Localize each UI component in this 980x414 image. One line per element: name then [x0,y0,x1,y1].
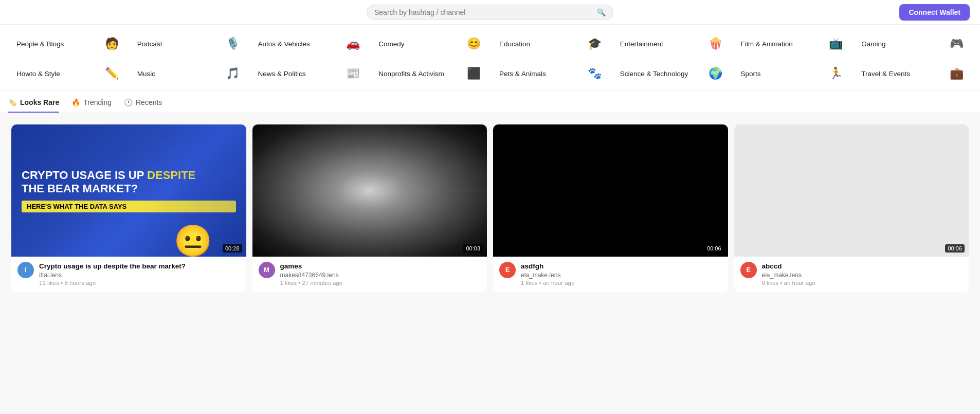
category-item-pets-animals[interactable]: Pets & Animals 🐾 [491,60,610,87]
tab-trending[interactable]: 🔥 Trending [71,98,112,113]
video-card-v4[interactable]: 00:06 E abccd ela_make.lens 0 likes • an… [734,124,969,292]
category-icon-podcast: 🎙️ [226,37,240,50]
tab-label-trending: Trending [83,98,112,106]
category-icon-news-politics: 📰 [346,67,360,80]
search-bar[interactable]: 🔍 [367,5,613,20]
video-stats: 1 likes • an hour ago [521,280,722,286]
category-label: Science & Technology [620,70,688,78]
avatar: I [17,262,34,278]
tab-icon-recents: 🕐 [124,98,133,106]
category-item-autos-vehicles[interactable]: Autos & Vehicles 🚗 [250,30,369,58]
category-label: Comedy [378,40,404,48]
category-item-education[interactable]: Education 🎓 [491,30,610,58]
category-item-film-animation[interactable]: Film & Animation 📺 [733,30,851,58]
video-title: asdfgh [521,262,722,271]
video-thumbnail: 00:06 [734,124,969,257]
category-item-nonprofits[interactable]: Nonprofits & Activism ⬛ [370,60,489,87]
category-icon-pets-animals: 🐾 [588,67,602,80]
category-icon-nonprofits: ⬛ [467,67,481,80]
category-label: Pets & Animals [499,70,546,78]
video-info: asdfgh ela_make.lens 1 likes • an hour a… [521,262,722,286]
video-meta: I Crypto usage is up despite the bear ma… [11,257,246,293]
category-icon-howto-style: ✏️ [105,67,119,80]
category-label: Entertainment [620,40,663,48]
video-meta: E asdfgh ela_make.lens 1 likes • an hour… [493,257,728,293]
category-item-science-tech[interactable]: Science & Technology 🌍 [612,60,731,87]
video-duration: 00:28 [223,244,242,253]
video-thumbnail: CRYPTO USAGE IS UP DESPITETHE BEAR MARKE… [11,124,246,257]
video-thumbnail: 00:06 [493,124,728,257]
video-channel: ela_make.lens [762,272,963,279]
header: 🔍 Connect Wallet [0,0,980,25]
category-item-gaming[interactable]: Gaming 🎮 [853,30,972,58]
tab-icon-trending: 🔥 [71,98,80,106]
video-stats: 0 likes • an hour ago [762,280,963,286]
category-label: Gaming [861,40,885,48]
video-duration: 00:06 [704,244,724,253]
category-label: Film & Animation [741,40,793,48]
video-stats: 11 likes • 8 hours ago [39,280,240,286]
category-icon-autos-vehicles: 🚗 [346,37,360,50]
category-label: Autos & Vehicles [258,40,310,48]
category-label: News & Politics [258,70,306,78]
video-info: games makes84736649.lens 1 likes • 27 mi… [280,262,481,286]
category-item-podcast[interactable]: Podcast 🎙️ [129,30,248,58]
video-meta: E abccd ela_make.lens 0 likes • an hour … [734,257,969,293]
category-grid: People & Blogs 🧑 Podcast 🎙️ Autos & Vehi… [8,30,972,87]
video-channel: makes84736649.lens [280,272,481,279]
category-icon-entertainment: 🍿 [709,37,722,50]
category-item-comedy[interactable]: Comedy 😊 [370,30,489,58]
video-duration: 00:03 [463,244,483,253]
video-card-v2[interactable]: 00:03 M games makes84736649.lens 1 likes… [252,124,487,292]
video-card-v3[interactable]: 00:06 E asdfgh ela_make.lens 1 likes • a… [493,124,728,292]
avatar: E [499,262,516,278]
video-stats: 1 likes • 27 minutes ago [280,280,481,286]
video-duration: 00:06 [945,244,965,253]
category-item-entertainment[interactable]: Entertainment 🍿 [612,30,731,58]
category-label: People & Blogs [16,40,64,48]
tab-label-looks-rare: Looks Rare [20,98,59,106]
category-icon-music: 🎵 [226,67,240,80]
tab-recents[interactable]: 🕐 Recents [124,98,162,113]
avatar: M [259,262,275,278]
category-item-travel-events[interactable]: Travel & Events 💼 [853,60,972,87]
category-item-sports[interactable]: Sports 🏃 [733,60,851,87]
video-info: Crypto usage is up despite the bear mark… [39,262,240,286]
video-info: abccd ela_make.lens 0 likes • an hour ag… [762,262,963,286]
category-icon-gaming: 🎮 [950,37,964,50]
category-item-news-politics[interactable]: News & Politics 📰 [250,60,369,87]
tab-looks-rare[interactable]: 🏷️ Looks Rare [8,98,59,113]
video-channel: ela_make.lens [521,272,722,279]
tab-label-recents: Recents [136,98,162,106]
category-label: Music [137,70,155,78]
category-label: Travel & Events [861,70,910,78]
category-icon-science-tech: 🌍 [709,67,722,80]
category-icon-sports: 🏃 [829,67,843,80]
connect-wallet-button[interactable]: Connect Wallet [899,4,970,21]
video-grid: CRYPTO USAGE IS UP DESPITETHE BEAR MARKE… [0,113,980,303]
categories-section: People & Blogs 🧑 Podcast 🎙️ Autos & Vehi… [0,25,980,91]
category-label: Podcast [137,40,162,48]
avatar: E [740,262,757,278]
category-item-people-blogs[interactable]: People & Blogs 🧑 [8,30,127,58]
category-label: Sports [741,70,761,78]
category-item-music[interactable]: Music 🎵 [129,60,248,87]
video-thumbnail [252,124,487,257]
video-channel: ittai.lens [39,272,240,279]
tab-icon-looks-rare: 🏷️ [8,98,17,106]
tabs-bar: 🏷️ Looks Rare 🔥 Trending 🕐 Recents [0,91,980,113]
category-label: Education [499,40,530,48]
video-title: Crypto usage is up despite the bear mark… [39,262,240,271]
search-input[interactable] [374,8,594,16]
category-label: Nonprofits & Activism [378,70,444,78]
video-title: abccd [762,262,963,271]
category-icon-education: 🎓 [588,37,602,50]
category-icon-film-animation: 📺 [829,37,843,50]
video-meta: M games makes84736649.lens 1 likes • 27 … [252,257,487,293]
video-card-v1[interactable]: CRYPTO USAGE IS UP DESPITETHE BEAR MARKE… [11,124,246,292]
video-title: games [280,262,481,271]
search-icon: 🔍 [597,8,606,16]
category-item-howto-style[interactable]: Howto & Style ✏️ [8,60,127,87]
category-label: Howto & Style [16,70,60,78]
category-icon-comedy: 😊 [467,37,481,50]
